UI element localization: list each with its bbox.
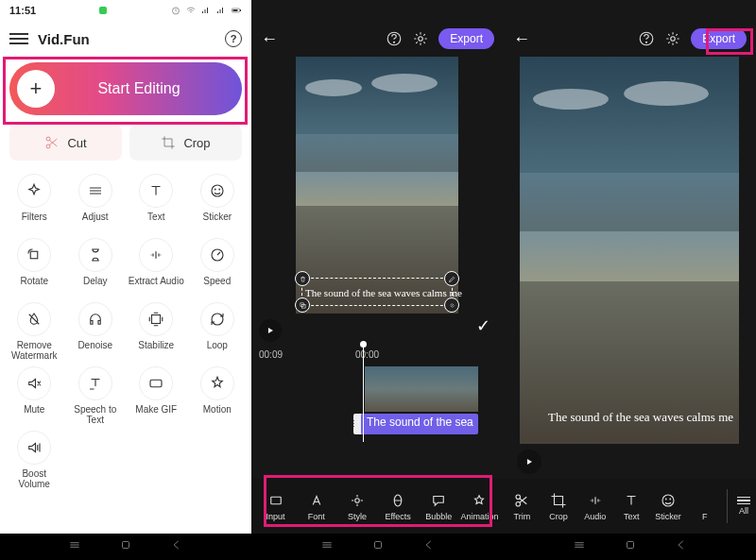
confirm-icon[interactable]: ✓ bbox=[476, 315, 490, 336]
maintool-label: Trim bbox=[514, 512, 531, 521]
nav-recent-icon[interactable] bbox=[68, 538, 81, 555]
maintool-label: Crop bbox=[549, 512, 568, 521]
tool-adjust[interactable]: Adjust bbox=[67, 174, 125, 232]
maintool-label: Sticker bbox=[655, 512, 681, 521]
tool-make-gif[interactable]: Make GIF bbox=[128, 366, 185, 425]
menu-icon[interactable] bbox=[9, 33, 28, 44]
maintool-audio[interactable]: Audio bbox=[576, 492, 613, 521]
start-editing-button[interactable]: + Start Editing bbox=[9, 62, 242, 115]
crop-icon bbox=[550, 492, 567, 509]
nav-back-icon[interactable] bbox=[422, 538, 436, 555]
back-button[interactable]: ← bbox=[513, 29, 530, 49]
maintool-crop[interactable]: Crop bbox=[541, 492, 577, 521]
video-preview[interactable]: The sound of the sea waves calms me bbox=[520, 57, 739, 444]
tool-stabilize[interactable]: Stabilize bbox=[128, 302, 185, 361]
status-bar bbox=[251, 0, 504, 21]
copy-handle-icon[interactable] bbox=[295, 297, 310, 313]
texttool-bubble[interactable]: Bubble bbox=[419, 492, 459, 521]
tool-label: Delay bbox=[83, 276, 108, 297]
maintool-f[interactable]: F bbox=[686, 492, 723, 521]
play-button[interactable] bbox=[259, 319, 282, 342]
svg-rect-2 bbox=[232, 9, 237, 11]
texttool-animation[interactable]: Animation bbox=[459, 492, 500, 521]
nav-home-icon[interactable] bbox=[371, 538, 385, 555]
help-icon[interactable]: ? bbox=[225, 30, 242, 47]
tool-text[interactable]: Text bbox=[128, 174, 185, 232]
crop-icon bbox=[161, 135, 176, 150]
nav-back-icon[interactable] bbox=[170, 538, 183, 555]
settings-icon[interactable] bbox=[412, 30, 429, 47]
maintool-sticker[interactable]: Sticker bbox=[650, 492, 687, 521]
cut-button[interactable]: Cut bbox=[9, 125, 122, 161]
menu-icon bbox=[737, 497, 750, 505]
tool-mute[interactable]: Mute bbox=[6, 366, 63, 425]
boost-volume-icon bbox=[17, 431, 51, 465]
more-icon bbox=[696, 492, 713, 509]
help-icon[interactable] bbox=[638, 30, 655, 47]
extract-audio-icon bbox=[139, 238, 173, 272]
tool-remove-watermark[interactable]: Remove Watermark bbox=[6, 302, 63, 361]
drop-off-icon bbox=[17, 302, 51, 336]
tool-label: Motion bbox=[203, 404, 232, 425]
texttool-input[interactable]: Input bbox=[255, 492, 296, 521]
tool-sticker[interactable]: Sticker bbox=[189, 174, 247, 232]
system-nav-bar bbox=[0, 534, 756, 560]
all-tools-button[interactable]: All bbox=[737, 497, 750, 517]
maintool-trim[interactable]: Trim bbox=[504, 492, 541, 521]
settings-icon[interactable] bbox=[664, 30, 681, 47]
speech-text-icon bbox=[78, 366, 112, 400]
delete-handle-icon[interactable] bbox=[295, 271, 310, 286]
svg-rect-30 bbox=[627, 542, 633, 549]
audio-icon bbox=[587, 492, 604, 509]
tool-filters[interactable]: Filters bbox=[6, 174, 63, 232]
texttool-effects[interactable]: Effects bbox=[378, 492, 419, 521]
nav-home-icon[interactable] bbox=[624, 538, 637, 555]
tool-boost-volume[interactable]: Boost Volume bbox=[6, 431, 63, 489]
help-icon[interactable] bbox=[386, 30, 403, 47]
resize-handle-icon[interactable] bbox=[444, 297, 459, 313]
tool-label: Make GIF bbox=[135, 404, 177, 425]
texttool-font[interactable]: Font bbox=[296, 492, 336, 521]
cut-label: Cut bbox=[67, 136, 86, 150]
svg-rect-29 bbox=[375, 542, 382, 549]
svg-rect-11 bbox=[152, 315, 161, 324]
svg-point-8 bbox=[219, 189, 220, 190]
tool-label: Rotate bbox=[21, 276, 48, 297]
svg-rect-18 bbox=[270, 497, 281, 504]
hourglass-icon bbox=[78, 238, 112, 272]
nav-recent-icon[interactable] bbox=[573, 538, 586, 555]
tool-extract-audio[interactable]: Extract Audio bbox=[128, 238, 185, 297]
stabilize-icon bbox=[139, 302, 173, 336]
tool-loop[interactable]: Loop bbox=[189, 302, 247, 361]
nav-recent-icon[interactable] bbox=[320, 538, 334, 555]
back-button[interactable]: ← bbox=[261, 29, 278, 49]
text-overlay[interactable]: The sound of the sea waves calms me bbox=[305, 287, 462, 298]
edit-handle-icon[interactable] bbox=[444, 271, 459, 286]
export-button[interactable]: Export bbox=[691, 28, 747, 49]
video-preview[interactable]: The sound of the sea waves calms me bbox=[296, 57, 458, 314]
text-toolbar: InputFontStyleEffectsBubbleAnimation bbox=[251, 479, 504, 534]
tool-motion[interactable]: Motion bbox=[189, 366, 247, 425]
tool-delay[interactable]: Delay bbox=[67, 238, 125, 297]
export-button[interactable]: Export bbox=[438, 28, 494, 49]
app-title: Vid.Fun bbox=[38, 31, 225, 47]
loop-icon bbox=[200, 302, 234, 336]
nav-back-icon[interactable] bbox=[675, 538, 688, 555]
texttool-style[interactable]: Style bbox=[336, 492, 377, 521]
crop-button[interactable]: Crop bbox=[129, 125, 242, 161]
texttool-label: Style bbox=[348, 512, 367, 521]
tool-denoise[interactable]: Denoise bbox=[67, 302, 125, 361]
svg-point-27 bbox=[670, 499, 671, 500]
play-button[interactable] bbox=[517, 450, 541, 474]
timeline-thumbnails[interactable] bbox=[365, 366, 478, 412]
caption-track[interactable]: The sound of the sea bbox=[361, 414, 478, 434]
time-current: 00:09 bbox=[259, 349, 283, 360]
tool-rotate[interactable]: Rotate bbox=[6, 238, 63, 297]
tool-speech-to-text[interactable]: Speech to Text bbox=[67, 366, 125, 425]
tool-speed[interactable]: Speed bbox=[189, 238, 247, 297]
gauge-icon bbox=[200, 238, 234, 272]
maintool-text[interactable]: Text bbox=[613, 492, 650, 521]
playhead[interactable] bbox=[363, 344, 364, 442]
nav-home-icon[interactable] bbox=[119, 538, 132, 555]
smiley-icon bbox=[660, 492, 677, 509]
